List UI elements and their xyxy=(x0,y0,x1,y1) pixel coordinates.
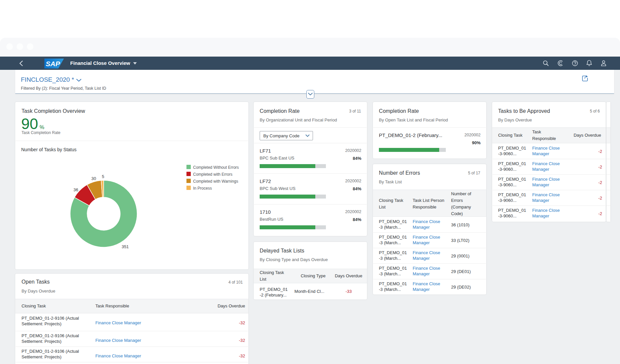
svg-text:SAP: SAP xyxy=(46,60,60,68)
